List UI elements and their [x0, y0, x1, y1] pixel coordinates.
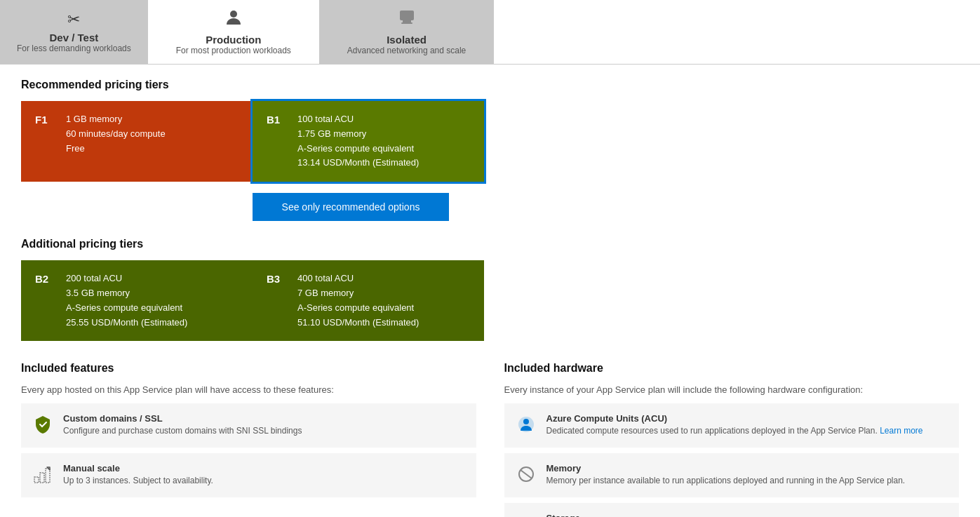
- main-content: Recommended pricing tiers F1 1 GB memory…: [0, 65, 980, 517]
- hardware-memory-text: Memory Memory per instance available to …: [546, 463, 906, 485]
- b2-tier-label: B2: [35, 273, 52, 285]
- production-icon: [224, 8, 243, 31]
- b3-line2: 7 GB memory: [297, 286, 419, 301]
- included-features-title: Included features: [21, 362, 476, 375]
- svg-rect-3: [401, 22, 412, 24]
- hardware-storage: Storage 10 GB disk storage shared by all…: [504, 503, 960, 517]
- b3-tier-label: B3: [267, 273, 283, 285]
- see-recommended-button[interactable]: See only recommended options: [253, 193, 449, 221]
- svg-rect-5: [40, 473, 44, 483]
- hardware-memory: Memory Memory per instance available to …: [504, 453, 960, 497]
- pricing-card-b1[interactable]: B1 100 total ACU 1.75 GB memory A-Series…: [253, 101, 484, 182]
- b1-line4: 13.14 USD/Month (Estimated): [297, 156, 419, 170]
- hardware-acu-title: Azure Compute Units (ACU): [546, 413, 923, 424]
- svg-rect-6: [46, 469, 50, 483]
- hardware-storage-title: Storage: [546, 513, 816, 517]
- tab-devtest-title: Dev / Test: [50, 32, 99, 43]
- included-hardware-section: Included hardware Every instance of your…: [504, 362, 960, 517]
- shield-icon: [32, 415, 53, 438]
- b1-line2: 1.75 GB memory: [297, 127, 419, 142]
- b2-line2: 3.5 GB memory: [66, 286, 187, 301]
- devtest-icon: ✂: [67, 11, 80, 29]
- b3-line1: 400 total ACU: [297, 271, 419, 286]
- f1-line3: Free: [66, 142, 166, 156]
- hardware-acu-text: Azure Compute Units (ACU) Dedicated comp…: [546, 413, 923, 436]
- scale-icon: [32, 464, 53, 488]
- tab-production[interactable]: Production For most production workloads: [148, 0, 319, 64]
- tab-devtest-subtitle: For less demanding workloads: [17, 43, 131, 53]
- storage-icon: [516, 514, 537, 517]
- b2-line4: 25.55 USD/Month (Estimated): [66, 316, 187, 330]
- tab-isolated-subtitle: Advanced networking and scale: [347, 46, 466, 55]
- b3-line3: A-Series compute equivalent: [297, 301, 419, 316]
- feature-manual-scale-text: Manual scale Up to 3 instances. Subject …: [63, 463, 213, 485]
- feature-custom-domains-title: Custom domains / SSL: [63, 413, 302, 424]
- pricing-card-b2[interactable]: B2 200 total ACU 3.5 GB memory A-Series …: [21, 260, 253, 341]
- feature-manual-scale: Manual scale Up to 3 instances. Subject …: [21, 453, 476, 497]
- f1-tier-details: 1 GB memory 60 minutes/day compute Free: [66, 112, 166, 156]
- svg-line-10: [521, 470, 532, 478]
- feature-custom-domains: Custom domains / SSL Configure and purch…: [21, 403, 476, 448]
- recommended-pricing-cards: F1 1 GB memory 60 minutes/day compute Fr…: [21, 101, 959, 182]
- svg-point-0: [230, 11, 237, 18]
- tab-production-title: Production: [206, 34, 261, 46]
- f1-line1: 1 GB memory: [66, 112, 166, 127]
- recommended-btn-row: See only recommended options: [253, 193, 959, 221]
- memory-icon: [516, 464, 537, 488]
- hardware-memory-title: Memory: [546, 463, 906, 474]
- svg-point-8: [523, 419, 529, 424]
- included-hardware-title: Included hardware: [504, 362, 960, 375]
- additional-section-title: Additional pricing tiers: [21, 238, 959, 250]
- hardware-acu-desc: Dedicated compute resources used to run …: [546, 426, 923, 436]
- acu-icon: [516, 415, 537, 438]
- additional-pricing-cards: B2 200 total ACU 3.5 GB memory A-Series …: [21, 260, 959, 341]
- b1-tier-details: 100 total ACU 1.75 GB memory A-Series co…: [297, 112, 419, 170]
- b1-line3: A-Series compute equivalent: [297, 142, 419, 156]
- included-features-subtitle: Every app hosted on this App Service pla…: [21, 384, 476, 395]
- b2-tier-details: 200 total ACU 3.5 GB memory A-Series com…: [66, 271, 187, 330]
- pricing-card-b3[interactable]: B3 400 total ACU 7 GB memory A-Series co…: [253, 260, 484, 341]
- svg-rect-4: [34, 477, 39, 483]
- hardware-acu: Azure Compute Units (ACU) Dedicated comp…: [504, 403, 960, 448]
- feature-custom-domains-desc: Configure and purchase custom domains wi…: [63, 426, 302, 436]
- included-features-section: Included features Every app hosted on th…: [21, 362, 476, 517]
- b1-tier-label: B1: [267, 114, 283, 126]
- recommended-section-title: Recommended pricing tiers: [21, 79, 959, 91]
- f1-tier-label: F1: [35, 114, 52, 126]
- isolated-icon: [398, 8, 416, 31]
- hardware-memory-desc: Memory per instance available to run app…: [546, 476, 906, 485]
- tab-devtest[interactable]: ✂ Dev / Test For less demanding workload…: [0, 0, 148, 64]
- hardware-storage-text: Storage 10 GB disk storage shared by all…: [546, 513, 816, 517]
- svg-rect-2: [403, 20, 411, 22]
- tab-isolated[interactable]: Isolated Advanced networking and scale: [319, 0, 494, 64]
- b3-line4: 51.10 USD/Month (Estimated): [297, 316, 419, 330]
- b2-line1: 200 total ACU: [66, 271, 187, 286]
- tab-production-subtitle: For most production workloads: [176, 46, 291, 55]
- included-hardware-subtitle: Every instance of your App Service plan …: [504, 384, 960, 395]
- learn-more-link[interactable]: Learn more: [880, 426, 922, 436]
- b3-tier-details: 400 total ACU 7 GB memory A-Series compu…: [297, 271, 419, 330]
- tab-bar: ✂ Dev / Test For less demanding workload…: [0, 0, 980, 65]
- pricing-card-f1[interactable]: F1 1 GB memory 60 minutes/day compute Fr…: [21, 101, 253, 182]
- feature-manual-scale-title: Manual scale: [63, 463, 213, 474]
- feature-manual-scale-desc: Up to 3 instances. Subject to availabili…: [63, 476, 213, 485]
- bottom-columns: Included features Every app hosted on th…: [21, 362, 959, 517]
- tab-isolated-title: Isolated: [387, 34, 427, 46]
- b2-line3: A-Series compute equivalent: [66, 301, 187, 316]
- svg-rect-1: [400, 11, 414, 20]
- b1-line1: 100 total ACU: [297, 112, 419, 127]
- feature-custom-domains-text: Custom domains / SSL Configure and purch…: [63, 413, 302, 436]
- f1-line2: 60 minutes/day compute: [66, 127, 166, 142]
